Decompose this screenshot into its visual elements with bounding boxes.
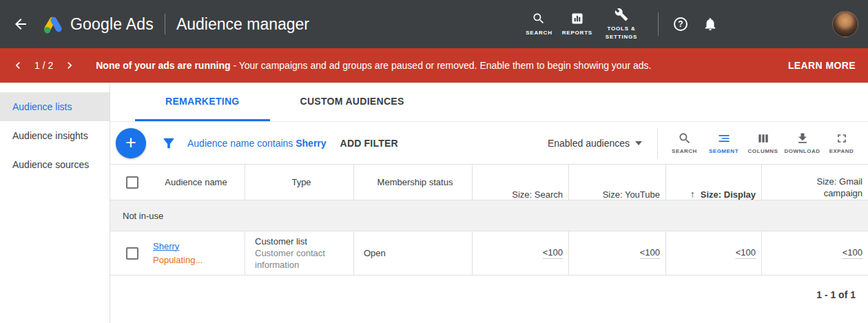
alert-prev-chevron-icon[interactable] xyxy=(11,59,25,72)
size-display-cell: <100 xyxy=(665,231,761,275)
topbar-nav: SEARCH REPORTS TOOLS & SETTINGS xyxy=(521,8,645,41)
sidebar-item-audience-insights[interactable]: Audience insights xyxy=(0,121,110,150)
header-checkbox-cell xyxy=(110,165,143,200)
page-title: Audience manager xyxy=(176,15,309,34)
alert-message-bold: None of your ads are running xyxy=(96,60,230,71)
alert-next-chevron-icon[interactable] xyxy=(63,59,76,72)
header-type[interactable]: Type xyxy=(245,165,353,200)
table-search-button[interactable]: SEARCH xyxy=(665,132,704,154)
expand-label: EXPAND xyxy=(829,148,854,154)
expand-button[interactable]: EXPAND xyxy=(822,132,861,154)
type-cell: Customer list Customer contact informati… xyxy=(245,231,353,275)
header-membership-status[interactable]: Membership status xyxy=(353,165,472,200)
columns-icon xyxy=(756,132,770,145)
table-header-row: Audience name Type Membership status Siz… xyxy=(110,165,868,200)
table-footer: 1 - 1 of 1 xyxy=(110,275,868,323)
toolbar-divider xyxy=(657,128,658,158)
google-ads-logo-icon xyxy=(43,15,63,34)
header-size-youtube[interactable]: Size: YouTube xyxy=(568,165,665,200)
chevron-down-icon xyxy=(635,141,642,145)
size-gmail-value: <100 xyxy=(843,247,862,259)
header-size-gmail[interactable]: Size: Gmail campaign xyxy=(761,165,868,200)
user-avatar[interactable] xyxy=(832,11,858,37)
row-checkbox-cell xyxy=(110,231,143,275)
search-icon xyxy=(678,132,692,145)
size-search-value: <100 xyxy=(543,247,563,259)
pagination-text: 1 - 1 of 1 xyxy=(816,289,856,300)
topbar-reports-button[interactable]: REPORTS xyxy=(562,12,592,37)
wrench-icon xyxy=(614,8,628,21)
tab-remarketing[interactable]: REMARKETING xyxy=(135,83,270,121)
table-toolbar: + Audience name contains Sherry ADD FILT… xyxy=(110,122,868,165)
reports-icon xyxy=(570,12,584,25)
audience-status-dropdown[interactable]: Enabled audiences xyxy=(548,138,642,149)
columns-label: COLUMNS xyxy=(748,148,778,154)
row-checkbox[interactable] xyxy=(126,247,138,260)
download-button[interactable]: DOWNLOAD xyxy=(783,132,822,154)
header-size-display[interactable]: ↑ Size: Display xyxy=(665,165,761,200)
sidebar-item-audience-sources[interactable]: Audience sources xyxy=(0,150,110,179)
segment-icon xyxy=(717,132,731,145)
tab-custom-audiences[interactable]: CUSTOM AUDIENCES xyxy=(270,83,435,121)
back-arrow-icon[interactable] xyxy=(12,16,29,32)
topbar-divider xyxy=(658,12,659,36)
topbar-tools-settings-label: TOOLS & SETTINGS xyxy=(602,25,641,41)
size-gmail-cell: <100 xyxy=(761,231,868,275)
active-filter-chip[interactable]: Audience name contains Sherry xyxy=(187,138,327,149)
audience-name-cell: Sherry Populating... xyxy=(143,231,245,275)
top-app-bar: Google Ads Audience manager SEARCH REPOR… xyxy=(0,0,868,48)
alert-message: None of your ads are running - Your camp… xyxy=(96,60,651,71)
learn-more-button[interactable]: LEARN MORE xyxy=(788,60,856,71)
size-youtube-cell: <100 xyxy=(568,231,665,275)
help-icon[interactable]: ? xyxy=(674,17,688,31)
expand-icon xyxy=(835,132,849,145)
size-display-value: <100 xyxy=(736,247,756,259)
filter-funnel-icon[interactable] xyxy=(161,136,176,151)
table-row: Sherry Populating... Customer list Custo… xyxy=(110,231,868,275)
segment-label: SEGMENT xyxy=(709,148,738,154)
type-main-text: Customer list xyxy=(255,236,348,247)
group-row-not-in-use: Not in-use xyxy=(110,200,868,231)
alert-banner: 1 / 2 None of your ads are running - You… xyxy=(0,48,868,83)
brand-name: Google Ads xyxy=(70,15,154,34)
topbar-reports-label: REPORTS xyxy=(562,29,592,37)
header-audience-name[interactable]: Audience name xyxy=(143,165,245,200)
sidebar-item-audience-lists[interactable]: Audience lists xyxy=(0,92,110,121)
columns-button[interactable]: COLUMNS xyxy=(743,132,783,154)
title-divider xyxy=(165,14,165,34)
header-size-search[interactable]: Size: Search xyxy=(472,165,568,200)
type-sub-text: Customer contact information xyxy=(255,247,348,271)
filter-chip-prefix: Audience name contains xyxy=(187,138,296,149)
size-youtube-value: <100 xyxy=(640,247,660,259)
tab-bar: REMARKETING CUSTOM AUDIENCES xyxy=(110,83,868,122)
select-all-checkbox[interactable] xyxy=(126,176,138,189)
header-size-display-label: Size: Display xyxy=(701,189,756,200)
populating-status: Populating... xyxy=(153,253,239,267)
size-search-cell: <100 xyxy=(472,231,568,275)
add-filter-button[interactable]: ADD FILTER xyxy=(340,138,398,149)
dropdown-selected-value: Enabled audiences xyxy=(548,138,630,149)
membership-status-cell: Open xyxy=(353,231,472,275)
topbar-search-label: SEARCH xyxy=(526,29,552,37)
download-label: DOWNLOAD xyxy=(785,148,820,154)
audience-name-link[interactable]: Sherry xyxy=(153,240,239,253)
topbar-search-button[interactable]: SEARCH xyxy=(526,12,552,37)
filter-chip-value: Sherry xyxy=(296,138,326,149)
search-icon xyxy=(532,12,546,25)
alert-message-text: - Your campaigns and ad groups are pause… xyxy=(231,60,652,71)
sidebar: Audience lists Audience insights Audienc… xyxy=(0,83,110,323)
sort-ascending-icon: ↑ xyxy=(690,189,695,200)
table-search-label: SEARCH xyxy=(672,148,697,154)
alert-pager: 1 / 2 xyxy=(34,60,53,71)
add-audience-button[interactable]: + xyxy=(116,128,146,158)
topbar-tools-settings-button[interactable]: TOOLS & SETTINGS xyxy=(602,8,641,41)
header-size-gmail-label: Size: Gmail campaign xyxy=(799,176,862,200)
notifications-bell-icon[interactable] xyxy=(703,17,718,32)
download-icon xyxy=(796,132,809,145)
segment-button[interactable]: SEGMENT xyxy=(704,132,743,154)
